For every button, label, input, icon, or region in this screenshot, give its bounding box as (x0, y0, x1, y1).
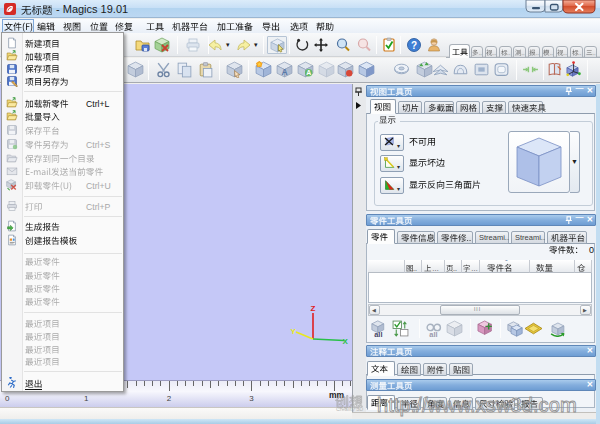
svg-text:X: X (343, 337, 349, 346)
svg-text:Y: Y (291, 327, 297, 336)
svg-text:all: all (374, 330, 382, 337)
svg-text:A: A (306, 69, 311, 76)
svg-text:A: A (281, 67, 287, 77)
svg-text:?: ? (411, 40, 417, 51)
svg-text:all: all (429, 330, 437, 337)
svg-text:Z: Z (311, 304, 316, 313)
